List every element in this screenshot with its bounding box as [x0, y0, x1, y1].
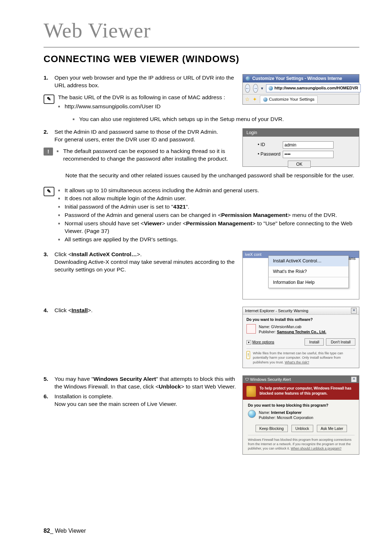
back-button[interactable]: ← — [245, 84, 250, 93]
keep-blocking-button[interactable]: Keep Blocking — [256, 425, 288, 432]
tab-label: Customize Your Settings — [269, 97, 314, 102]
dont-install-button[interactable]: Don't Install — [326, 338, 355, 346]
step-number-2: 2. — [44, 128, 52, 144]
favorites-star-icon[interactable]: ☆ — [245, 96, 250, 103]
note2-b4: Password of the Admin and general users … — [58, 211, 359, 219]
install-button[interactable]: Install — [305, 338, 324, 346]
fw-shield-small-icon: 🛡 — [245, 377, 249, 382]
unblock-button[interactable]: Unblock — [291, 425, 313, 432]
fw-question: Do you want to keep blocking this progra… — [248, 403, 355, 408]
cab-file-icon — [246, 324, 256, 334]
fw-name-label: Name: — [259, 410, 270, 415]
ie-titlebar: Customize Your Settings - Windows Intern… — [243, 74, 359, 82]
chapter-title: Web Viewer — [44, 18, 359, 48]
warn-line2: Note that the security and other related… — [65, 172, 354, 178]
login-id-label: • ID — [257, 141, 281, 149]
dropdown-arrow-icon[interactable]: ▾ — [261, 85, 263, 91]
footer-label: Web Viewer — [55, 528, 86, 534]
step-4-text: Click <Install>. — [54, 307, 93, 314]
step-number-4: 4. — [44, 307, 52, 314]
sw-pub-label: Publisher: — [259, 330, 276, 334]
page-footer: 82_ Web Viewer — [44, 528, 86, 534]
shield-warning-icon: ! — [246, 351, 250, 359]
step-number-3: 3. — [44, 251, 52, 274]
section-heading: CONNECTING WEB VIEWER (WINDOWS) — [44, 53, 359, 65]
fw-banner-text: To help protect your computer, Windows F… — [260, 386, 355, 396]
fw-pub-value: Microsoft Corporation — [277, 415, 313, 420]
note2-b6: All settings are applied by the DVR's se… — [58, 236, 359, 243]
login-id-input[interactable] — [283, 141, 334, 149]
step-6-l1: Installation is complete. — [54, 393, 113, 399]
ax-bar-left: iveX cont — [245, 252, 261, 257]
page-icon — [269, 86, 273, 90]
ie-globe-icon — [248, 410, 256, 418]
fw-title-text: Windows Security Alert — [250, 377, 291, 382]
ask-me-later-button[interactable]: Ask Me Later — [317, 425, 347, 432]
step-5-text: You may have "Windows Security Alert" th… — [54, 375, 236, 391]
sw-question: Do you want to install this software? — [246, 317, 355, 322]
fw-footer-link[interactable]: When should I unblock a program? — [291, 447, 342, 450]
note2-b5: Normal users should have set <Viewer> un… — [58, 220, 359, 235]
browser-tab[interactable]: Customize Your Settings — [260, 96, 318, 103]
menu-install-activex[interactable]: Install ActiveX Control… — [269, 256, 348, 266]
close-icon[interactable]: ✕ — [351, 308, 357, 314]
login-pw-label: • Password — [257, 150, 281, 158]
fw-pub-label: Publisher: — [259, 415, 276, 420]
note2-b3: Initial password of the Admin user is se… — [58, 203, 359, 211]
address-url: http://www.samsungipolis.com/HOMEDVR — [274, 85, 358, 91]
note2-b2: It does not allow multiple login of the … — [58, 195, 359, 202]
login-title: Login — [243, 129, 359, 137]
step-6-l2: Now you can see the main screen of Live … — [54, 401, 177, 407]
firewall-alert-screenshot: 🛡 Windows Security Alert ✕ To help prote… — [242, 375, 359, 455]
login-screenshot: Login • ID • Password OK — [242, 128, 359, 167]
fw-name-value: Internet Explorer — [271, 410, 302, 415]
firewall-shield-icon — [246, 386, 256, 397]
sw-pub-value[interactable]: Samsung Techwin Co., Ltd. — [277, 330, 326, 334]
sw-info-link[interactable]: What's the risk? — [285, 360, 309, 364]
tab-page-icon — [263, 97, 268, 102]
sw-title-text: Internet Explorer - Security Warning — [245, 308, 308, 314]
page-number: 82 — [44, 528, 50, 534]
note-icon: ✎ — [44, 94, 54, 104]
activex-menu-screenshot: iveX cont ams Install ActiveX Control… W… — [242, 251, 359, 299]
step-number-6: 6. — [44, 393, 52, 408]
note1-bullet-1: http://www.samsungipolis.com/User ID — [58, 103, 225, 110]
forward-button[interactable]: → — [253, 84, 258, 93]
ie-title-text: Customize Your Settings - Windows Intern… — [252, 76, 342, 81]
activex-context-menu: Install ActiveX Control… What's the Risk… — [268, 255, 349, 288]
add-favorite-icon[interactable]: ✦ — [253, 96, 257, 103]
login-ok-button[interactable]: OK — [288, 161, 311, 168]
note1-bullet-2: You can also use registered URL which se… — [73, 116, 359, 123]
step-3-l2: Downloading Active-X control may take se… — [54, 259, 234, 273]
address-bar[interactable]: http://www.samsungipolis.com/HOMEDVR — [266, 84, 361, 92]
sw-name-label: Name: — [259, 325, 270, 329]
menu-info-bar-help[interactable]: Information Bar Help — [269, 277, 348, 288]
warning-icon: ! — [44, 148, 53, 156]
note1-lead: The basic URL of the DVR is as following… — [58, 94, 225, 101]
login-pw-input[interactable] — [283, 151, 334, 158]
ie-screenshot: Customize Your Settings - Windows Intern… — [242, 74, 359, 105]
note-icon-2: ✎ — [44, 187, 54, 196]
security-warning-screenshot: Internet Explorer - Security Warning ✕ D… — [242, 307, 359, 368]
menu-whats-the-risk[interactable]: What's the Risk? — [269, 266, 348, 277]
sw-name-value: GVersionMan.cab — [271, 325, 301, 329]
step-1-text: Open your web browser and type the IP ad… — [54, 74, 236, 89]
more-options-toggle[interactable]: ▾ More options — [246, 339, 274, 345]
step-2-line1: Set the Admin ID and password same to th… — [54, 129, 218, 135]
step-3-l1: Click <Install ActiveX Control…>. — [54, 251, 142, 257]
ie-logo-icon — [246, 76, 250, 81]
fw-close-icon[interactable]: ✕ — [351, 376, 357, 382]
step-number-5: 5. — [44, 375, 52, 391]
note2-b1: It allows up to 10 simultaneous access i… — [58, 187, 359, 194]
step-number-1: 1. — [44, 74, 52, 89]
step-2-line2: For general users, enter the DVR user ID… — [54, 136, 195, 142]
warn-line1: The default password can be exposed to a… — [63, 148, 228, 162]
